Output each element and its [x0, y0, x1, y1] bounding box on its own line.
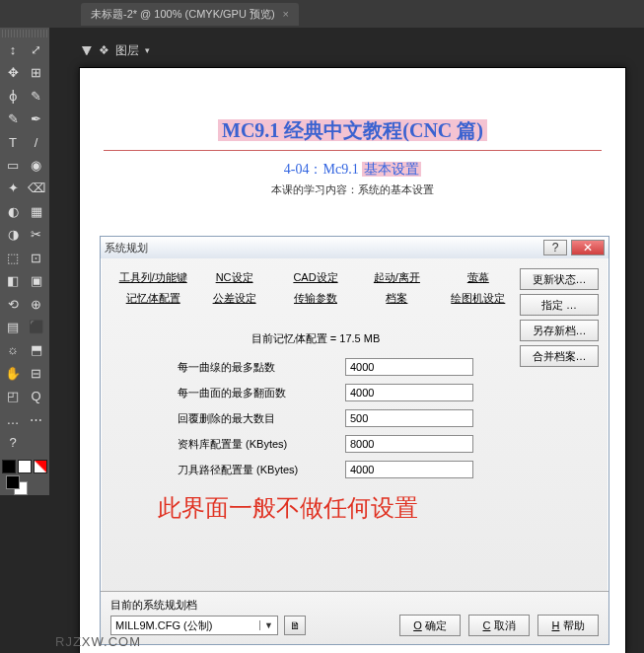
cancel-button[interactable]: C 取消 [468, 615, 530, 636]
divider [104, 150, 602, 151]
tool-30[interactable]: ◰ [2, 386, 24, 407]
tool-33[interactable]: ⋯ [26, 408, 47, 430]
canvas-area: ⯆ ❖ 图层 ▾ MC9.1 经典中文教程(CNC 篇) 4-04：Mc9.1 … [49, 28, 644, 653]
tool-23[interactable]: ⊕ [26, 293, 47, 315]
tool-34[interactable]: ? [2, 432, 24, 454]
tool-22[interactable]: ⟲ [2, 293, 24, 315]
field-label: 每一曲缐的最多點数 [178, 360, 345, 375]
tool-28[interactable]: ✋ [2, 362, 24, 384]
field-input-0[interactable] [345, 358, 473, 376]
layers-collapse-icon[interactable]: ⯆ [81, 43, 93, 57]
tool-0[interactable]: ↕ [2, 38, 24, 60]
combo-value: MILL9M.CFG (公制) [115, 618, 212, 633]
dialog-tab-5[interactable]: 记忆体配置 [118, 289, 187, 308]
tool-20[interactable]: ◧ [2, 270, 24, 292]
tool-29[interactable]: ⊟ [26, 362, 47, 384]
foreground-color[interactable] [6, 475, 20, 489]
dialog-side-buttons: 更新状态…指定 …另存新档…合并档案… [520, 268, 599, 367]
document-tab[interactable]: 未标题-2* @ 100% (CMYK/GPU 预览) × [81, 3, 299, 26]
tool-27[interactable]: ⬒ [26, 339, 47, 361]
dialog-tab-9[interactable]: 绘图机设定 [444, 289, 513, 308]
field-input-3[interactable] [345, 435, 473, 453]
tool-15[interactable]: ▦ [26, 200, 47, 222]
dialog-tab-7[interactable]: 传输参数 [281, 289, 350, 308]
dialog-titlebar[interactable]: 系统规划 ? ✕ [101, 237, 608, 258]
side-button-2[interactable]: 另存新档… [520, 320, 599, 341]
swatch-white[interactable] [18, 460, 32, 473]
tool-9[interactable]: / [26, 131, 47, 153]
watermark: RJZXW.COM [55, 634, 141, 649]
tool-18[interactable]: ⬚ [2, 247, 24, 268]
chevron-down-icon[interactable]: ▾ [145, 45, 150, 55]
file-icon: 🗎 [290, 619, 301, 631]
ok-button[interactable]: O 确定 [399, 615, 461, 636]
swatch-none[interactable] [34, 460, 47, 473]
tool-3[interactable]: ⊞ [26, 62, 47, 84]
tutorial-title: MC9.1 经典中文教程(CNC 篇) [80, 117, 625, 144]
tool-11[interactable]: ◉ [26, 155, 47, 177]
palette-drag-handle[interactable] [2, 30, 47, 37]
tool-32[interactable]: … [2, 408, 24, 430]
tool-21[interactable]: ▣ [26, 270, 47, 292]
tool-16[interactable]: ◑ [2, 224, 24, 246]
dialog-tab-0[interactable]: 工具列/功能键 [118, 268, 187, 287]
dialog-tab-3[interactable]: 起动/离开 [362, 268, 431, 287]
field-label: 刀具路径配置量 (KBytes) [178, 463, 345, 477]
side-button-1[interactable]: 指定 … [520, 294, 599, 316]
tool-palette: ↕⤢✥⊞ɸ✎✎✒T/▭◉✦⌫◐▦◑✂⬚⊡◧▣⟲⊕▤⬛☼⬒✋⊟◰Q…⋯? [0, 28, 49, 456]
tool-1[interactable]: ⤢ [26, 38, 47, 60]
footer-label: 目前的系统规划档 [110, 598, 599, 613]
tool-13[interactable]: ⌫ [26, 178, 47, 199]
layers-panel-header[interactable]: ⯆ ❖ 图层 ▾ [79, 39, 630, 61]
field-input-2[interactable] [345, 409, 473, 427]
tool-2[interactable]: ✥ [2, 62, 24, 84]
help-button[interactable]: H 帮助 [537, 615, 599, 636]
dialog-tab-2[interactable]: CAD设定 [281, 268, 350, 287]
dialog-tab-8[interactable]: 档案 [362, 289, 431, 308]
tool-7[interactable]: ✒ [26, 109, 47, 130]
tutorial-learn-text: 本课的学习内容：系统的基本设置 [80, 182, 625, 197]
tool-5[interactable]: ✎ [26, 85, 47, 107]
dialog-tab-4[interactable]: 萤幕 [444, 268, 513, 287]
tool-24[interactable]: ▤ [2, 316, 24, 337]
layers-stack-icon: ❖ [99, 43, 109, 57]
side-button-0[interactable]: 更新状态… [520, 268, 599, 290]
tool-12[interactable]: ✦ [2, 178, 24, 199]
field-row-1: 每一曲面的最多翻面数 [178, 384, 552, 401]
field-row-0: 每一曲缐的最多點数 [178, 358, 552, 376]
tutorial-title-text: MC9.1 经典中文教程(CNC 篇) [218, 119, 487, 141]
field-label: 资料库配置量 (KBytes) [178, 437, 345, 452]
close-icon[interactable]: × [283, 8, 289, 20]
tool-14[interactable]: ◐ [2, 200, 24, 222]
field-row-3: 资料库配置量 (KBytes) [178, 435, 552, 453]
tool-25[interactable]: ⬛ [26, 316, 47, 337]
field-input-1[interactable] [345, 384, 473, 401]
dialog-footer: 目前的系统规划档 MILL9M.CFG (公制) ▼ 🗎 O 确定 C 取消 H… [101, 591, 608, 644]
tool-8[interactable]: T [2, 131, 24, 153]
tool-10[interactable]: ▭ [2, 155, 24, 177]
field-row-4: 刀具路径配置量 (KBytes) [178, 461, 552, 478]
system-plan-dialog: 系统规划 ? ✕ 工具列/功能键NC设定CAD设定起动/离开萤幕记忆体配置公差设… [100, 236, 609, 645]
chevron-down-icon[interactable]: ▼ [259, 620, 273, 630]
tool-26[interactable]: ☼ [2, 339, 24, 361]
document-canvas: MC9.1 经典中文教程(CNC 篇) 4-04：Mc9.1 基本设置 本课的学… [79, 67, 626, 653]
dialog-tab-6[interactable]: 公差设定 [199, 289, 268, 308]
field-label: 回覆删除的最大数目 [178, 411, 345, 426]
warning-text: 此界面一般不做任何设置 [158, 492, 599, 524]
browse-file-button[interactable]: 🗎 [284, 616, 306, 635]
tool-6[interactable]: ✎ [2, 109, 24, 130]
memory-status: 目前记忆体配置 = 17.5 MB [118, 331, 513, 346]
tool-31[interactable]: Q [26, 386, 47, 407]
tool-4[interactable]: ɸ [2, 85, 24, 107]
side-button-3[interactable]: 合并档案… [520, 345, 599, 367]
dialog-title-text: 系统规划 [105, 241, 148, 255]
tool-17[interactable]: ✂ [26, 224, 47, 246]
memory-fields: 每一曲缐的最多點数每一曲面的最多翻面数回覆删除的最大数目资料库配置量 (KByt… [178, 358, 552, 478]
config-file-combo[interactable]: MILL9M.CFG (公制) ▼ [110, 616, 278, 635]
close-icon[interactable]: ✕ [571, 240, 605, 255]
help-icon[interactable]: ? [543, 240, 567, 255]
dialog-tab-1[interactable]: NC设定 [199, 268, 268, 287]
swatch-black[interactable] [2, 460, 16, 473]
field-input-4[interactable] [345, 461, 473, 478]
tool-19[interactable]: ⊡ [26, 247, 47, 268]
